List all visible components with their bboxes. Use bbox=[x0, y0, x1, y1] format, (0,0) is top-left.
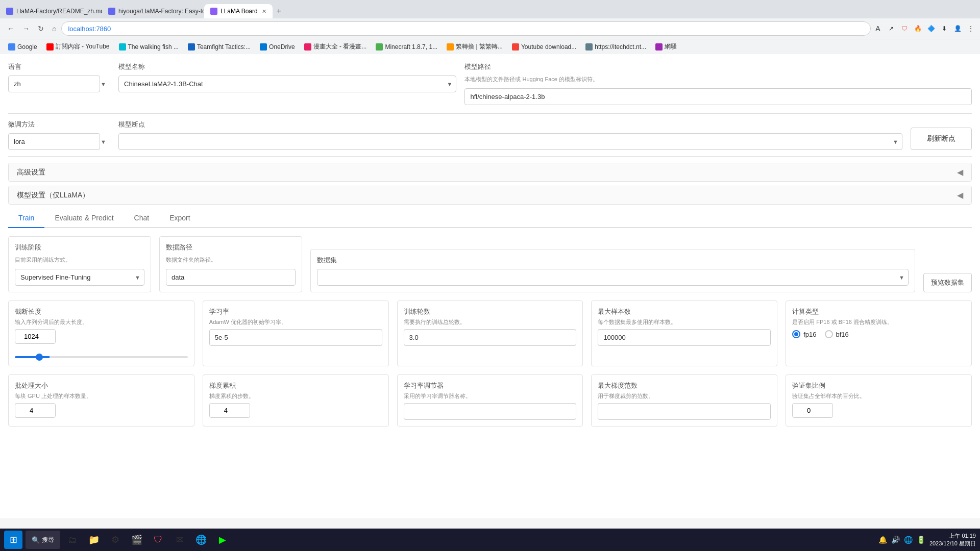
val-size-input[interactable] bbox=[792, 403, 833, 418]
bookmark-itech[interactable]: https://itechdct.nt... bbox=[581, 42, 650, 52]
tab-title-2: hiyouga/LlaMA-Factory: Easy-to-u... bbox=[118, 8, 204, 15]
extension-icon-1[interactable]: 🔥 bbox=[913, 23, 923, 34]
lr-scheduler-input[interactable] bbox=[404, 403, 577, 420]
preview-dataset-button[interactable]: 预览数据集 bbox=[923, 273, 972, 292]
tab-evaluate[interactable]: Evaluate & Predict bbox=[44, 209, 124, 228]
share-icon[interactable]: ↗ bbox=[886, 23, 896, 34]
training-epochs-input[interactable] bbox=[404, 329, 577, 346]
compute-fp16-label: fp16 bbox=[803, 331, 816, 338]
bookmark-manga[interactable]: 漫畫大全 - 看漫畫... bbox=[300, 41, 371, 52]
bookmark-tft[interactable]: Teamfight Tactics:... bbox=[184, 42, 255, 52]
bookmark-yt-dl-icon bbox=[512, 43, 519, 51]
finetune-select[interactable]: lora full freeze bbox=[8, 133, 100, 150]
tab-train[interactable]: Train bbox=[8, 209, 44, 228]
bookmark-minecraft[interactable]: Minecraft 1.8.7, 1... bbox=[372, 42, 442, 52]
bookmark-google[interactable]: Google bbox=[4, 42, 41, 52]
new-tab-button[interactable]: + bbox=[273, 7, 285, 16]
advanced-settings-collapse-icon: ◀ bbox=[957, 167, 963, 177]
cutoff-len-slider[interactable] bbox=[15, 356, 188, 358]
back-button[interactable]: ← bbox=[4, 22, 17, 35]
grad-accum-input[interactable] bbox=[209, 403, 250, 418]
translate-icon[interactable]: A bbox=[873, 23, 883, 34]
max-samples-input[interactable] bbox=[598, 329, 771, 346]
finetune-label: 微调方法 bbox=[8, 120, 110, 129]
checkpoint-field: 模型断点 ▼ bbox=[118, 120, 902, 150]
bookmark-yt-dl[interactable]: Youtube download... bbox=[508, 42, 580, 52]
compute-fp16-option[interactable]: fp16 bbox=[792, 330, 816, 338]
dataset-select[interactable] bbox=[317, 269, 909, 286]
tab-icon-1 bbox=[6, 8, 13, 15]
training-stage-sublabel: 目前采用的训练方式。 bbox=[15, 256, 144, 264]
bookmark-onedrive-label: OneDrive bbox=[269, 43, 295, 51]
bookmark-wangsao[interactable]: 網騷 bbox=[651, 41, 681, 52]
compute-bf16-option[interactable]: bf16 bbox=[825, 330, 849, 338]
training-epochs-sublabel: 需要执行的训练总轮数。 bbox=[404, 318, 577, 326]
extension-icon-3[interactable]: ⬇ bbox=[939, 23, 949, 34]
tab-icon-3 bbox=[210, 8, 217, 15]
language-select-container: zh en ▼ bbox=[8, 76, 110, 92]
bookmark-onedrive[interactable]: OneDrive bbox=[256, 42, 299, 52]
train-content: 训练阶段 目前采用的训练方式。 Supervised Fine-Tuning ▼… bbox=[8, 236, 972, 427]
data-path-label: 数据路径 bbox=[166, 243, 296, 252]
browser-tab-2[interactable]: hiyouga/LlaMA-Factory: Easy-to-u... ✕ bbox=[102, 4, 204, 18]
model-settings-collapse-icon: ◀ bbox=[957, 190, 963, 200]
learning-rate-label: 学习率 bbox=[209, 307, 382, 316]
model-settings-title: 模型设置（仅LLaMA） bbox=[17, 191, 89, 200]
bookmark-minecraft-icon bbox=[376, 43, 383, 51]
cutoff-len-input[interactable] bbox=[15, 329, 56, 344]
model-name-select[interactable]: ChineseLlaMA2-1.3B-Chat bbox=[118, 76, 456, 92]
bookmark-fish[interactable]: The walking fish ... bbox=[115, 42, 183, 52]
cutoff-len-label: 截断长度 bbox=[15, 307, 188, 316]
extension-icon-2[interactable]: 🔷 bbox=[926, 23, 936, 34]
grad-accum-label: 梯度累积 bbox=[209, 381, 382, 390]
refresh-checkpoint-button[interactable]: 刷新断点 bbox=[911, 128, 972, 150]
language-select[interactable]: zh en bbox=[8, 76, 100, 92]
tab-export[interactable]: Export bbox=[159, 209, 200, 228]
advanced-settings-header[interactable]: 高级设置 ◀ bbox=[9, 163, 971, 181]
dataset-label: 数据集 bbox=[317, 256, 909, 265]
checkpoint-select[interactable] bbox=[118, 133, 902, 150]
forward-button[interactable]: → bbox=[19, 22, 33, 35]
reload-button[interactable]: ↻ bbox=[35, 22, 47, 35]
address-bar[interactable]: localhost:7860 bbox=[61, 21, 871, 36]
tab-chat[interactable]: Chat bbox=[124, 209, 160, 228]
training-epochs-label: 训练轮数 bbox=[404, 307, 577, 316]
shield-icon[interactable]: 🛡 bbox=[899, 23, 910, 34]
profile-icon[interactable]: 👤 bbox=[952, 23, 963, 34]
finetune-field: 微调方法 lora full freeze ▼ bbox=[8, 120, 110, 150]
training-stage-select[interactable]: Supervised Fine-Tuning bbox=[15, 269, 144, 286]
bookmark-youtube[interactable]: 訂閱內容 - YouTube bbox=[42, 41, 114, 52]
bookmark-wangsao-icon bbox=[655, 43, 663, 51]
max-grad-norm-input[interactable] bbox=[598, 403, 771, 420]
model-path-input[interactable] bbox=[464, 88, 972, 105]
batch-size-input[interactable] bbox=[15, 403, 56, 418]
language-select-arrow: ▼ bbox=[101, 81, 106, 87]
max-grad-norm-label: 最大梯度范数 bbox=[598, 381, 771, 390]
compute-type-radio-group: fp16 bf16 bbox=[792, 330, 965, 338]
bookmark-tft-label: Teamfight Tactics:... bbox=[197, 43, 251, 51]
bookmark-minecraft-label: Minecraft 1.8.7, 1... bbox=[385, 43, 437, 51]
dataset-select-container: ▼ bbox=[317, 269, 909, 286]
learning-rate-input[interactable] bbox=[209, 329, 382, 346]
home-button[interactable]: ⌂ bbox=[49, 22, 59, 35]
bookmark-fish-icon bbox=[119, 43, 126, 51]
browser-tab-1[interactable]: LlaMA-Factory/README_zh.md at... ✕ bbox=[0, 4, 102, 18]
cutoff-len-slider-container bbox=[15, 352, 188, 360]
browser-tab-3[interactable]: LLaMA Board ✕ bbox=[204, 4, 273, 18]
model-path-label: 模型路径 bbox=[464, 62, 972, 71]
val-size-field: 验证集比例 验证集占全部样本的百分比。 bbox=[786, 374, 972, 427]
bookmark-manga-icon bbox=[304, 43, 311, 51]
tab-close-3[interactable]: ✕ bbox=[262, 8, 266, 15]
cutoff-len-sublabel: 输入序列分词后的最大长度。 bbox=[15, 318, 188, 326]
grad-accum-sublabel: 梯度累积的步数。 bbox=[209, 392, 382, 400]
grad-accum-field: 梯度累积 梯度累积的步数。 bbox=[203, 374, 389, 427]
language-label: 语言 bbox=[8, 62, 110, 71]
max-grad-norm-sublabel: 用于梯度裁剪的范数。 bbox=[598, 392, 771, 400]
model-settings-header[interactable]: 模型设置（仅LLaMA） ◀ bbox=[9, 186, 971, 204]
settings-icon[interactable]: ⋮ bbox=[966, 23, 976, 34]
compute-bf16-label: bf16 bbox=[836, 331, 849, 338]
data-path-input[interactable] bbox=[166, 269, 296, 286]
bookmark-google-label: Google bbox=[17, 43, 37, 51]
tab-title-1: LlaMA-Factory/README_zh.md at... bbox=[16, 8, 102, 15]
bookmark-fancyconv[interactable]: 繁轉換 | 繁繁轉... bbox=[443, 41, 507, 52]
